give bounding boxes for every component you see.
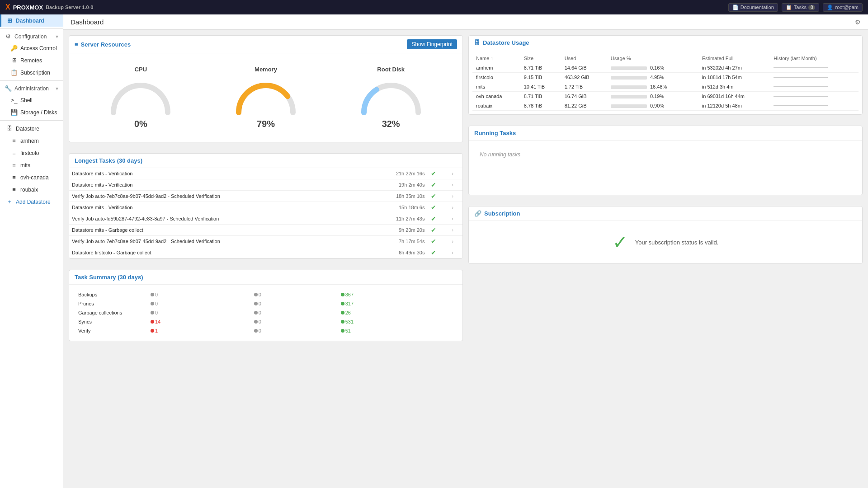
sidebar-ovh-canada-label: ovh-canada — [20, 174, 49, 181]
datastore-icon: 🗄 — [6, 125, 13, 132]
task-row[interactable]: Verify Job auto-7eb7c8ae-9b07-45dd-9ad2 … — [69, 191, 462, 202]
datastore-table: Name ↑SizeUsedUsage %Estimated FullHisto… — [472, 54, 859, 111]
summary-warnings: 0 — [250, 317, 337, 326]
documentation-button[interactable]: 📄 Documentation — [728, 3, 778, 12]
task-chevron[interactable]: › — [449, 258, 462, 259]
task-chevron[interactable]: › — [449, 213, 462, 225]
task-row[interactable]: Verify Job auto-7eb7c8ae-9b07-45dd-9ad2 … — [69, 236, 462, 247]
sidebar-item-shell[interactable]: >_ Shell — [0, 94, 63, 106]
topbar: X PROXMOX Backup Server 1.0-0 📄 Document… — [0, 0, 868, 14]
sidebar-firstcolo-label: firstcolo — [20, 150, 39, 156]
summary-failed: 0 — [147, 308, 250, 317]
datastore-row[interactable]: arnhem 8.71 TiB 14.64 GiB 0.16% in 53202… — [472, 63, 859, 73]
task-desc: Verify Job auto-fd59b287-4792-4e83-8a97 … — [69, 213, 362, 225]
right-column: 🗄 Datastore Usage Name ↑SizeUsedUsage %E… — [468, 35, 863, 347]
sidebar-item-add-datastore[interactable]: + Add Datastore — [0, 196, 63, 208]
datastore-row[interactable]: firstcolo 9.15 TiB 463.92 GiB 4.95% in 1… — [472, 73, 859, 82]
task-duration: 21h 22m 16s — [362, 168, 429, 179]
sidebar-mits-label: mits — [20, 162, 30, 169]
task-row[interactable]: Verify Job auto-7eb7c8ae-9b07-45dd-9ad2 … — [69, 258, 462, 259]
main-layout: ⊞ Dashboard ⚙ Configuration ▾ 🔑 Access C… — [0, 14, 868, 488]
sidebar-item-arnhem[interactable]: ≡ arnhem — [0, 135, 63, 147]
datastore-row[interactable]: mits 10.41 TiB 1.72 TiB 16.48% in 512d 3… — [472, 82, 859, 92]
sidebar-access-control-label: Access Control — [20, 45, 57, 52]
ds-col-header: Size — [520, 54, 561, 63]
summary-row: Verify 1 0 51 — [75, 326, 457, 335]
task-row[interactable]: Verify Job auto-fd59b287-4792-4e83-8a97 … — [69, 213, 462, 225]
ds-size: 9.15 TiB — [520, 73, 561, 82]
datastore-row[interactable]: roubaix 8.78 TiB 81.22 GiB 0.90% in 1212… — [472, 101, 859, 111]
cpu-gauge-svg — [104, 76, 177, 117]
gauges-body: CPU 0% Memory — [69, 53, 462, 142]
subscription-body: ✓ Your subscription status is valid. — [469, 221, 862, 263]
task-chevron[interactable]: › — [449, 168, 462, 179]
summary-label: Verify — [75, 326, 147, 335]
sidebar-item-datastore[interactable]: 🗄 Datastore — [0, 122, 63, 135]
sidebar-item-mits[interactable]: ≡ mits — [0, 159, 63, 171]
task-row[interactable]: Datastore mits - Garbage collect 9h 20m … — [69, 225, 462, 236]
summary-warnings: 0 — [250, 290, 337, 299]
cpu-value: 0% — [134, 119, 147, 129]
sidebar-item-roubaix[interactable]: ≡ roubaix — [0, 183, 63, 196]
task-chevron[interactable]: › — [449, 225, 462, 236]
sidebar-item-access-control[interactable]: 🔑 Access Control — [0, 42, 63, 54]
task-summary-body: Backups 0 0 867 Prunes 0 0 317 Garbage c… — [69, 285, 462, 341]
sidebar-item-subscription[interactable]: 📋 Subscription — [0, 66, 63, 79]
ds-estimated-full: in 512d 3h 4m — [698, 82, 770, 92]
summary-row: Syncs 14 0 531 — [75, 317, 457, 326]
longest-tasks-scroll[interactable]: Datastore mits - Verification 21h 22m 16… — [69, 168, 462, 258]
tasks-label: Tasks — [794, 5, 807, 10]
task-row[interactable]: Datastore mits - Verification 21h 22m 16… — [69, 168, 462, 179]
task-status: ✔ — [428, 213, 449, 225]
sidebar: ⊞ Dashboard ⚙ Configuration ▾ 🔑 Access C… — [0, 14, 63, 488]
ds-used: 1.72 TiB — [561, 82, 607, 92]
tasks-count-badge: 0 — [808, 5, 816, 10]
show-fingerprint-button[interactable]: Show Fingerprint — [407, 39, 457, 49]
sidebar-item-storage-disks[interactable]: 💾 Storage / Disks — [0, 106, 63, 118]
sidebar-item-dashboard[interactable]: ⊞ Dashboard — [0, 14, 63, 27]
sidebar-item-firstcolo[interactable]: ≡ firstcolo — [0, 147, 63, 159]
running-tasks-panel: Running Tasks No running tasks — [468, 126, 863, 195]
sidebar-item-configuration[interactable]: ⚙ Configuration ▾ — [0, 31, 63, 42]
root-disk-gauge: Root Disk 32% — [350, 66, 432, 129]
storage-icon: 💾 — [10, 109, 18, 116]
summary-failed: 0 — [147, 290, 250, 299]
task-desc: Datastore mits - Verification — [69, 202, 362, 213]
task-row[interactable]: Datastore firstcolo - Garbage collect 6h… — [69, 247, 462, 258]
subscription-title: Subscription — [484, 210, 520, 217]
tasks-button[interactable]: 📋 Tasks 0 — [782, 3, 820, 12]
summary-ok: 867 — [337, 290, 457, 299]
task-chevron[interactable]: › — [449, 236, 462, 247]
task-chevron[interactable]: › — [449, 247, 462, 258]
longest-tasks-table: Datastore mits - Verification 21h 22m 16… — [69, 168, 462, 258]
ds-estimated-full: in 69031d 16h 44m — [698, 92, 770, 101]
task-desc: Datastore mits - Verification — [69, 168, 362, 179]
task-chevron[interactable]: › — [449, 202, 462, 213]
datastore-row[interactable]: ovh-canada 8.71 TiB 16.74 GiB 0.19% in 6… — [472, 92, 859, 101]
documentation-label: Documentation — [741, 5, 774, 10]
sidebar-item-remotes[interactable]: 🖥 Remotes — [0, 54, 63, 66]
sidebar-item-administration[interactable]: 🔧 Administration ▾ — [0, 83, 63, 94]
sidebar-datastore-label: Datastore — [16, 126, 39, 132]
summary-row: Garbage collections 0 0 26 — [75, 308, 457, 317]
ds-name: mits — [472, 82, 520, 92]
task-status: ✔ — [428, 168, 449, 179]
running-tasks-header: Running Tasks — [469, 126, 862, 141]
firstcolo-icon: ≡ — [10, 150, 18, 156]
user-button[interactable]: 👤 root@pam — [823, 3, 863, 12]
logo-x-icon: X — [5, 3, 10, 11]
task-row[interactable]: Datastore mits - Verification 19h 2m 40s… — [69, 179, 462, 191]
task-row[interactable]: Datastore mits - Verification 15h 18m 6s… — [69, 202, 462, 213]
summary-warnings: 0 — [250, 299, 337, 308]
settings-icon[interactable]: ⚙ — [855, 19, 861, 26]
summary-ok: 51 — [337, 326, 457, 335]
summary-row: Backups 0 0 867 — [75, 290, 457, 299]
sidebar-dashboard-label: Dashboard — [16, 18, 44, 24]
task-chevron[interactable]: › — [449, 179, 462, 191]
task-chevron[interactable]: › — [449, 191, 462, 202]
summary-label: Garbage collections — [75, 308, 147, 317]
task-duration: 7h 17m 54s — [362, 236, 429, 247]
logo: X PROXMOX Backup Server 1.0-0 — [5, 3, 93, 11]
summary-ok: 531 — [337, 317, 457, 326]
sidebar-item-ovh-canada[interactable]: ≡ ovh-canada — [0, 171, 63, 183]
